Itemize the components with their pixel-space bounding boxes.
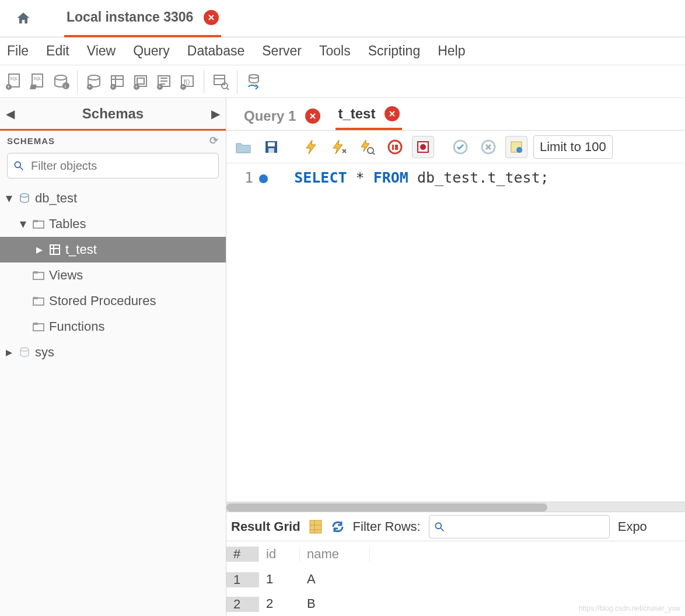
stop-button[interactable] bbox=[384, 136, 406, 158]
save-file-button[interactable] bbox=[260, 136, 282, 158]
table-search-icon bbox=[212, 73, 229, 90]
tree-procs-label: Stored Procedures bbox=[49, 293, 156, 309]
connection-tab-strip: Local instance 3306 bbox=[0, 0, 685, 37]
create-procedure-button[interactable]: + bbox=[153, 71, 174, 92]
editor-area: Query 1 t_test Limit to 100 1● SE bbox=[226, 98, 685, 616]
open-file-button[interactable] bbox=[232, 136, 254, 158]
export-label[interactable]: Expo bbox=[618, 519, 647, 534]
create-table-button[interactable]: + bbox=[107, 71, 128, 92]
statement-marker-icon: ● bbox=[259, 169, 268, 186]
svg-point-35 bbox=[20, 194, 29, 197]
execute-button[interactable] bbox=[300, 136, 322, 158]
scrollbar-thumb[interactable] bbox=[226, 503, 547, 512]
close-tab-button[interactable] bbox=[305, 108, 320, 124]
menu-database[interactable]: Database bbox=[187, 43, 244, 59]
menu-server[interactable]: Server bbox=[262, 43, 302, 59]
svg-rect-46 bbox=[33, 323, 38, 325]
database-icon bbox=[18, 345, 32, 359]
menu-edit[interactable]: Edit bbox=[46, 43, 69, 59]
svg-rect-38 bbox=[50, 245, 60, 254]
menu-file[interactable]: File bbox=[7, 43, 29, 59]
close-tab-button[interactable] bbox=[385, 106, 400, 121]
menu-help[interactable]: Help bbox=[438, 43, 465, 59]
explain-button[interactable] bbox=[356, 136, 378, 158]
svg-point-57 bbox=[420, 144, 426, 150]
grid-cell[interactable]: B bbox=[300, 596, 370, 611]
tree-views[interactable]: Views bbox=[0, 262, 226, 288]
open-sql-file-button[interactable]: SQL bbox=[27, 71, 48, 92]
rollback-icon bbox=[481, 139, 496, 155]
svg-line-52 bbox=[373, 153, 375, 155]
svg-rect-49 bbox=[268, 142, 275, 146]
sql-editor[interactable]: 1● SELECT * FROM db_test.t_test; bbox=[226, 163, 685, 502]
inspector-button[interactable]: i bbox=[50, 71, 71, 92]
create-schema-button[interactable]: + bbox=[83, 71, 104, 92]
menu-view[interactable]: View bbox=[87, 43, 116, 59]
tree-functions[interactable]: Functions bbox=[0, 314, 226, 340]
execute-current-button[interactable] bbox=[328, 136, 350, 158]
lightning-icon bbox=[304, 139, 318, 155]
toggle-limit-button[interactable] bbox=[505, 136, 527, 158]
editor-horizontal-scrollbar[interactable] bbox=[226, 502, 685, 512]
reconnect-button[interactable] bbox=[243, 71, 264, 92]
svg-rect-54 bbox=[392, 145, 394, 150]
navigator-sidebar: ◀ Schemas ▶ SCHEMAS ⟳ ▾ db_test ▾ bbox=[0, 98, 226, 616]
tree-db[interactable]: ▾ db_test bbox=[0, 186, 226, 211]
create-view-button[interactable]: + bbox=[130, 71, 151, 92]
new-sql-tab-button[interactable]: SQL+ bbox=[4, 71, 25, 92]
sql-text: db_test.t_test; bbox=[417, 169, 549, 186]
main-toolbar: SQL+ SQL i + + + + f()+ bbox=[0, 65, 685, 98]
grid-header-id[interactable]: id bbox=[259, 547, 300, 562]
database-icon bbox=[18, 191, 32, 205]
refresh-results-button[interactable] bbox=[331, 520, 345, 534]
refresh-schemas-button[interactable]: ⟳ bbox=[209, 134, 219, 147]
result-grid-view-button[interactable] bbox=[309, 519, 323, 534]
menu-tools[interactable]: Tools bbox=[319, 43, 351, 59]
grid-cell-rownum: 1 bbox=[226, 572, 259, 587]
grid-cell[interactable]: 2 bbox=[259, 596, 300, 611]
sidebar-next-button[interactable]: ▶ bbox=[206, 107, 220, 121]
tree-table-t_test[interactable]: ▸ t_test bbox=[0, 237, 226, 262]
commit-button[interactable] bbox=[449, 136, 471, 158]
editor-tab-query1[interactable]: Query 1 bbox=[242, 103, 323, 130]
svg-point-7 bbox=[62, 82, 69, 89]
limit-label: Limit to 100 bbox=[540, 139, 606, 155]
svg-text:+: + bbox=[88, 84, 91, 90]
info-db-icon: i bbox=[52, 73, 69, 90]
filter-rows-input[interactable] bbox=[429, 515, 610, 538]
grid-cell[interactable]: 1 bbox=[259, 572, 300, 587]
create-function-button[interactable]: f()+ bbox=[177, 71, 198, 92]
editor-tab-ttest[interactable]: t_test bbox=[335, 101, 402, 130]
tree-db-label: db_test bbox=[35, 191, 77, 206]
limit-rows-dropdown[interactable]: Limit to 100 bbox=[533, 135, 613, 159]
tree-sys[interactable]: ▸ sys bbox=[0, 340, 226, 365]
home-icon bbox=[15, 10, 32, 27]
tree-procedures[interactable]: Stored Procedures bbox=[0, 288, 226, 314]
svg-point-9 bbox=[88, 75, 100, 80]
grid-header: # id name bbox=[226, 541, 685, 567]
home-button[interactable] bbox=[6, 10, 41, 27]
toggle-autocommit-button[interactable] bbox=[412, 136, 434, 158]
filter-rows-label: Filter Rows: bbox=[353, 519, 421, 534]
svg-point-33 bbox=[15, 162, 20, 167]
svg-rect-62 bbox=[310, 520, 321, 533]
close-connection-button[interactable] bbox=[204, 10, 219, 25]
menu-query[interactable]: Query bbox=[133, 43, 170, 59]
filter-objects-input[interactable] bbox=[7, 153, 219, 178]
tree-views-label: Views bbox=[49, 268, 83, 283]
grid-row[interactable]: 1 1 A bbox=[226, 567, 685, 592]
tree-tables[interactable]: ▾ Tables bbox=[0, 211, 226, 237]
connection-tab[interactable]: Local instance 3306 bbox=[64, 0, 221, 37]
close-icon bbox=[389, 110, 396, 117]
sidebar-prev-button[interactable]: ◀ bbox=[6, 107, 20, 121]
grid-cell[interactable]: A bbox=[300, 572, 370, 587]
svg-point-32 bbox=[249, 75, 258, 78]
grid-header-rownum[interactable]: # bbox=[226, 547, 259, 562]
tree-table-label: t_test bbox=[65, 242, 97, 257]
rollback-button[interactable] bbox=[477, 136, 499, 158]
grid-header-name[interactable]: name bbox=[300, 547, 370, 562]
svg-rect-18 bbox=[137, 78, 144, 84]
menu-scripting[interactable]: Scripting bbox=[368, 43, 420, 59]
search-table-data-button[interactable] bbox=[210, 71, 231, 92]
svg-rect-55 bbox=[395, 145, 398, 150]
